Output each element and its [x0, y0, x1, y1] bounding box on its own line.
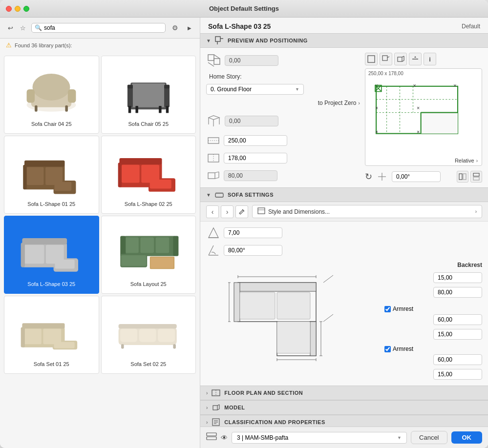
item-label-sofa-l-shape-01: Sofa L-Shape 01 25 — [27, 201, 75, 207]
sofa-field1-icon — [206, 225, 221, 240]
svg-line-146 — [323, 314, 333, 322]
left-armrest-checkbox-label[interactable]: Armrest — [384, 305, 413, 312]
svg-rect-48 — [150, 258, 173, 268]
armrest-right-val1-input[interactable] — [434, 355, 482, 365]
cancel-button[interactable]: Cancel — [411, 431, 447, 444]
classification-section-title: CLASSIFICATION AND PROPERTIES — [224, 419, 325, 425]
canvas-info-btn[interactable]: i — [424, 53, 436, 65]
svg-rect-30 — [119, 158, 162, 164]
favorite-icon[interactable]: ☆ — [18, 22, 28, 33]
armrest-left-val2-input[interactable] — [434, 329, 482, 339]
mirror-y-btn[interactable] — [470, 171, 482, 183]
ok-button[interactable]: OK — [451, 431, 483, 444]
section-header-sofa[interactable]: ▼ SOFA SETTINGS — [200, 187, 488, 202]
canvas-view-btn[interactable] — [380, 53, 392, 65]
section-header-model[interactable]: › MODEL — [200, 400, 488, 415]
armrest-left-val2-wrap: › — [433, 329, 482, 340]
next-style-btn[interactable]: › — [221, 205, 233, 218]
minimize-button[interactable] — [15, 6, 21, 12]
svg-rect-60 — [118, 324, 176, 328]
grid-item-sofa-layout[interactable]: Sofa Layout 25 — [101, 216, 196, 294]
grid-item-sofa-set-02[interactable]: Sofa Set 02 25 — [101, 296, 196, 374]
style-btn-icon — [257, 207, 265, 216]
svg-rect-130 — [240, 292, 275, 319]
armrest-right-val2-input[interactable] — [434, 369, 482, 379]
svg-text:×: × — [375, 129, 378, 135]
grid-item-sofa-l-shape-01[interactable]: Sofa L-Shape 01 25 — [4, 136, 99, 214]
right-armrest-row: Armrest — [384, 346, 482, 352]
search-input[interactable] — [44, 24, 162, 31]
elevation-icon — [206, 53, 222, 68]
prev-style-btn[interactable]: ‹ — [206, 205, 219, 218]
svg-rect-22 — [55, 182, 72, 191]
svg-rect-55 — [21, 327, 25, 347]
grid-item-sofa-chair-04[interactable]: Sofa Chair 04 25 — [4, 56, 99, 134]
svg-rect-6 — [65, 105, 68, 112]
backrest-val1-input[interactable] — [434, 273, 482, 283]
canvas-section-btn[interactable] — [409, 53, 422, 65]
left-armrest-checkbox[interactable] — [384, 306, 391, 312]
section-header-floor-plan[interactable]: › FLOOR PLAN AND SECTION — [200, 386, 488, 400]
svg-line-79 — [215, 172, 219, 173]
main-window: Object Default Settings ↩ ☆ 🔍 ⚙ ▶ ⚠ F — [0, 0, 488, 448]
svg-rect-5 — [35, 105, 38, 112]
sofa-field1-input[interactable] — [224, 228, 282, 238]
item-label-sofa-layout: Sofa Layout 25 — [130, 281, 167, 287]
to-project-zero-btn[interactable]: to Project Zero › — [206, 99, 360, 107]
warning-icon: ⚠ — [6, 41, 12, 49]
height-input[interactable] — [224, 153, 287, 163]
svg-rect-51 — [23, 328, 42, 344]
chevron-preview-icon: ▼ — [206, 38, 211, 43]
right-armrest-checkbox[interactable] — [384, 346, 391, 352]
sofa-field2-input[interactable] — [224, 245, 282, 255]
width-input[interactable] — [224, 136, 287, 145]
style-dimensions-arrow-icon: › — [475, 209, 477, 214]
canvas-toggle-btn[interactable] — [365, 53, 378, 65]
grid-item-sofa-chair-05[interactable]: Sofa Chair 05 25 — [101, 56, 196, 134]
svg-marker-70 — [209, 116, 219, 120]
armrest-left-val1-input[interactable] — [434, 315, 482, 325]
right-armrest-checkbox-label[interactable]: Armrest — [384, 346, 413, 352]
grid-item-sofa-l-shape-03[interactable]: Sofa L-Shape 03 25 — [4, 216, 99, 294]
to-project-zero-label: to Project Zero — [318, 100, 357, 106]
expand-icon[interactable]: ▶ — [184, 22, 195, 33]
backrest-val2-input[interactable] — [434, 287, 482, 297]
item-image-sofa-chair-04 — [15, 60, 88, 119]
rotation-input[interactable] — [392, 172, 441, 182]
traffic-lights — [6, 6, 29, 12]
canvas-3d-btn[interactable] — [394, 53, 407, 65]
model-section-icon — [212, 403, 220, 412]
svg-rect-117 — [215, 192, 223, 194]
section-header-classification[interactable]: › CLASSIFICATION AND PROPERTIES — [200, 415, 488, 427]
maximize-button[interactable] — [23, 6, 29, 12]
canvas-drawing: × × × × × × × — [365, 78, 482, 156]
close-button[interactable] — [6, 6, 12, 12]
right-panel: Sofa L-Shape 03 25 Default ▼ PREVIEW AND… — [200, 18, 488, 448]
items-grid: Sofa Chair 04 25 — [0, 52, 200, 378]
elevation-input[interactable] — [225, 55, 278, 66]
depth-input[interactable] — [224, 170, 277, 181]
settings-icon[interactable]: ⚙ — [169, 21, 181, 34]
svg-rect-57 — [120, 328, 137, 342]
canvas-relative-btn[interactable]: Relative › — [365, 156, 482, 165]
grid-item-sofa-set-01[interactable]: Sofa Set 01 25 — [4, 296, 99, 374]
width-row: › — [206, 135, 360, 146]
svg-rect-92 — [421, 113, 458, 134]
svg-line-81 — [215, 178, 219, 179]
backrest-label: Backrest — [384, 262, 482, 268]
section-header-preview[interactable]: ▼ PREVIEW AND POSITIONING — [200, 33, 488, 48]
back-icon[interactable]: ↩ — [5, 22, 16, 33]
sofa-section-icon — [215, 190, 224, 199]
home-story-select[interactable]: 0. Ground Floor ▼ — [206, 84, 304, 95]
chevron-classification-icon: › — [206, 420, 208, 425]
mirror-x-btn[interactable] — [457, 171, 468, 183]
edit-style-btn[interactable] — [235, 205, 248, 218]
svg-rect-27 — [122, 165, 140, 183]
layer-select[interactable]: 3 | MAM-SMB-pafta ▼ — [232, 432, 407, 444]
svg-rect-17 — [166, 106, 169, 113]
elevation2-input[interactable] — [225, 116, 278, 126]
right-scroll[interactable]: ▼ PREVIEW AND POSITIONING — [200, 33, 488, 427]
grid-item-sofa-l-shape-02[interactable]: Sofa L-Shape 02 25 — [101, 136, 196, 214]
svg-rect-63 — [215, 37, 220, 41]
style-dimensions-btn[interactable]: Style and Dimensions... › — [252, 205, 482, 218]
